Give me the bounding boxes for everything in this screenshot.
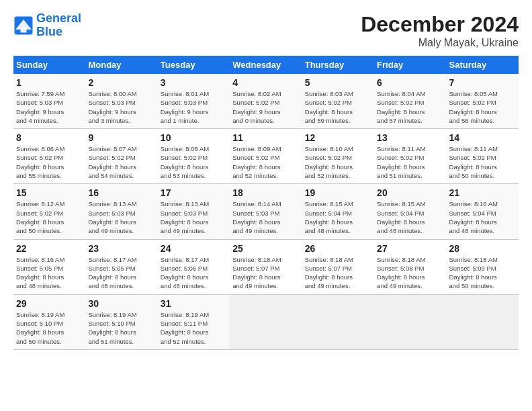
day-cell: 16Sunrise: 8:13 AM Sunset: 5:03 PM Dayli… xyxy=(85,184,157,239)
day-number: 26 xyxy=(305,243,371,254)
title-block: December 2024 Maly Mayak, Ukraine xyxy=(361,12,519,49)
day-detail: Sunrise: 8:16 AM Sunset: 5:05 PM Dayligh… xyxy=(16,255,83,291)
day-detail: Sunrise: 8:16 AM Sunset: 5:04 PM Dayligh… xyxy=(449,199,516,235)
day-cell: 30Sunrise: 8:19 AM Sunset: 5:10 PM Dayli… xyxy=(85,294,157,349)
day-number: 16 xyxy=(88,187,154,198)
day-detail: Sunrise: 8:11 AM Sunset: 5:02 PM Dayligh… xyxy=(377,144,443,180)
day-detail: Sunrise: 8:02 AM Sunset: 5:02 PM Dayligh… xyxy=(232,89,299,125)
days-header-row: SundayMondayTuesdayWednesdayThursdayFrid… xyxy=(13,56,519,74)
day-cell xyxy=(302,294,374,349)
day-detail: Sunrise: 8:18 AM Sunset: 5:07 PM Dayligh… xyxy=(305,255,371,291)
day-detail: Sunrise: 8:13 AM Sunset: 5:03 PM Dayligh… xyxy=(88,199,154,235)
day-detail: Sunrise: 8:08 AM Sunset: 5:02 PM Dayligh… xyxy=(161,144,227,180)
day-detail: Sunrise: 8:19 AM Sunset: 5:10 PM Dayligh… xyxy=(16,310,83,346)
week-row-4: 22Sunrise: 8:16 AM Sunset: 5:05 PM Dayli… xyxy=(13,239,519,294)
day-number: 15 xyxy=(16,187,83,198)
day-detail: Sunrise: 8:04 AM Sunset: 5:02 PM Dayligh… xyxy=(377,89,443,125)
svg-rect-2 xyxy=(21,28,27,33)
week-row-2: 8Sunrise: 8:06 AM Sunset: 5:02 PM Daylig… xyxy=(13,129,519,184)
logo-text: General Blue xyxy=(36,12,81,39)
day-number: 6 xyxy=(377,77,443,88)
day-cell: 3Sunrise: 8:01 AM Sunset: 5:03 PM Daylig… xyxy=(158,74,230,129)
day-detail: Sunrise: 8:17 AM Sunset: 5:06 PM Dayligh… xyxy=(161,255,227,291)
day-header-sunday: Sunday xyxy=(13,56,85,74)
day-header-tuesday: Tuesday xyxy=(158,56,230,74)
day-cell: 28Sunrise: 8:18 AM Sunset: 5:09 PM Dayli… xyxy=(447,239,519,294)
day-detail: Sunrise: 8:05 AM Sunset: 5:02 PM Dayligh… xyxy=(449,89,516,125)
day-number: 23 xyxy=(88,243,154,254)
day-cell: 11Sunrise: 8:09 AM Sunset: 5:02 PM Dayli… xyxy=(230,129,302,184)
day-number: 17 xyxy=(161,187,227,198)
day-number: 12 xyxy=(305,132,371,143)
day-cell: 7Sunrise: 8:05 AM Sunset: 5:02 PM Daylig… xyxy=(447,74,519,129)
week-row-3: 15Sunrise: 8:12 AM Sunset: 5:02 PM Dayli… xyxy=(13,184,519,239)
day-detail: Sunrise: 8:19 AM Sunset: 5:11 PM Dayligh… xyxy=(161,310,227,346)
day-number: 14 xyxy=(449,132,516,143)
calendar-title: December 2024 xyxy=(361,12,519,37)
day-number: 21 xyxy=(449,187,516,198)
day-cell xyxy=(447,294,519,349)
day-number: 13 xyxy=(377,132,443,143)
day-cell: 22Sunrise: 8:16 AM Sunset: 5:05 PM Dayli… xyxy=(13,239,85,294)
day-cell: 27Sunrise: 8:18 AM Sunset: 5:08 PM Dayli… xyxy=(374,239,446,294)
day-cell: 15Sunrise: 8:12 AM Sunset: 5:02 PM Dayli… xyxy=(13,184,85,239)
logo-line2: Blue xyxy=(36,25,62,38)
day-cell: 19Sunrise: 8:15 AM Sunset: 5:04 PM Dayli… xyxy=(302,184,374,239)
week-row-1: 1Sunrise: 7:59 AM Sunset: 5:03 PM Daylig… xyxy=(13,74,519,129)
logo-line1: General xyxy=(36,11,81,25)
header: General Blue December 2024 Maly Mayak, U… xyxy=(13,12,519,49)
day-cell: 1Sunrise: 7:59 AM Sunset: 5:03 PM Daylig… xyxy=(13,74,85,129)
day-cell: 25Sunrise: 8:18 AM Sunset: 5:07 PM Dayli… xyxy=(230,239,302,294)
day-cell xyxy=(230,294,302,349)
day-cell: 18Sunrise: 8:14 AM Sunset: 5:03 PM Dayli… xyxy=(230,184,302,239)
day-cell: 13Sunrise: 8:11 AM Sunset: 5:02 PM Dayli… xyxy=(374,129,446,184)
day-number: 9 xyxy=(88,132,154,143)
day-detail: Sunrise: 8:12 AM Sunset: 5:02 PM Dayligh… xyxy=(16,199,83,235)
day-number: 22 xyxy=(16,243,83,254)
day-number: 28 xyxy=(449,243,516,254)
day-detail: Sunrise: 8:11 AM Sunset: 5:02 PM Dayligh… xyxy=(449,144,516,180)
day-cell: 17Sunrise: 8:13 AM Sunset: 5:03 PM Dayli… xyxy=(158,184,230,239)
day-number: 7 xyxy=(449,77,516,88)
day-number: 31 xyxy=(161,298,227,309)
day-detail: Sunrise: 8:18 AM Sunset: 5:09 PM Dayligh… xyxy=(449,255,516,291)
day-cell: 23Sunrise: 8:17 AM Sunset: 5:05 PM Dayli… xyxy=(85,239,157,294)
day-cell: 10Sunrise: 8:08 AM Sunset: 5:02 PM Dayli… xyxy=(158,129,230,184)
day-detail: Sunrise: 8:18 AM Sunset: 5:08 PM Dayligh… xyxy=(377,255,443,291)
day-number: 25 xyxy=(232,243,299,254)
calendar-table: SundayMondayTuesdayWednesdayThursdayFrid… xyxy=(13,56,519,350)
day-number: 18 xyxy=(232,187,299,198)
day-number: 29 xyxy=(16,298,83,309)
day-header-wednesday: Wednesday xyxy=(230,56,302,74)
day-detail: Sunrise: 8:01 AM Sunset: 5:03 PM Dayligh… xyxy=(161,89,227,125)
day-header-monday: Monday xyxy=(85,56,157,74)
day-cell: 8Sunrise: 8:06 AM Sunset: 5:02 PM Daylig… xyxy=(13,129,85,184)
day-cell: 14Sunrise: 8:11 AM Sunset: 5:02 PM Dayli… xyxy=(447,129,519,184)
day-number: 11 xyxy=(232,132,299,143)
day-detail: Sunrise: 8:18 AM Sunset: 5:07 PM Dayligh… xyxy=(232,255,299,291)
day-cell: 6Sunrise: 8:04 AM Sunset: 5:02 PM Daylig… xyxy=(374,74,446,129)
day-detail: Sunrise: 8:15 AM Sunset: 5:04 PM Dayligh… xyxy=(305,199,371,235)
day-number: 5 xyxy=(305,77,371,88)
day-detail: Sunrise: 8:15 AM Sunset: 5:04 PM Dayligh… xyxy=(377,199,443,235)
day-cell: 24Sunrise: 8:17 AM Sunset: 5:06 PM Dayli… xyxy=(158,239,230,294)
day-header-friday: Friday xyxy=(374,56,446,74)
day-cell: 4Sunrise: 8:02 AM Sunset: 5:02 PM Daylig… xyxy=(230,74,302,129)
day-detail: Sunrise: 8:06 AM Sunset: 5:02 PM Dayligh… xyxy=(16,144,83,180)
day-detail: Sunrise: 8:00 AM Sunset: 5:03 PM Dayligh… xyxy=(88,89,154,125)
logo: General Blue xyxy=(13,12,81,39)
day-cell xyxy=(374,294,446,349)
day-number: 24 xyxy=(161,243,227,254)
day-cell: 5Sunrise: 8:03 AM Sunset: 5:02 PM Daylig… xyxy=(302,74,374,129)
day-number: 27 xyxy=(377,243,443,254)
day-number: 2 xyxy=(88,77,154,88)
day-cell: 21Sunrise: 8:16 AM Sunset: 5:04 PM Dayli… xyxy=(447,184,519,239)
day-cell: 9Sunrise: 8:07 AM Sunset: 5:02 PM Daylig… xyxy=(85,129,157,184)
day-cell: 2Sunrise: 8:00 AM Sunset: 5:03 PM Daylig… xyxy=(85,74,157,129)
day-detail: Sunrise: 8:10 AM Sunset: 5:02 PM Dayligh… xyxy=(305,144,371,180)
day-detail: Sunrise: 8:17 AM Sunset: 5:05 PM Dayligh… xyxy=(88,255,154,291)
day-number: 20 xyxy=(377,187,443,198)
day-detail: Sunrise: 8:07 AM Sunset: 5:02 PM Dayligh… xyxy=(88,144,154,180)
day-cell: 26Sunrise: 8:18 AM Sunset: 5:07 PM Dayli… xyxy=(302,239,374,294)
day-header-thursday: Thursday xyxy=(302,56,374,74)
